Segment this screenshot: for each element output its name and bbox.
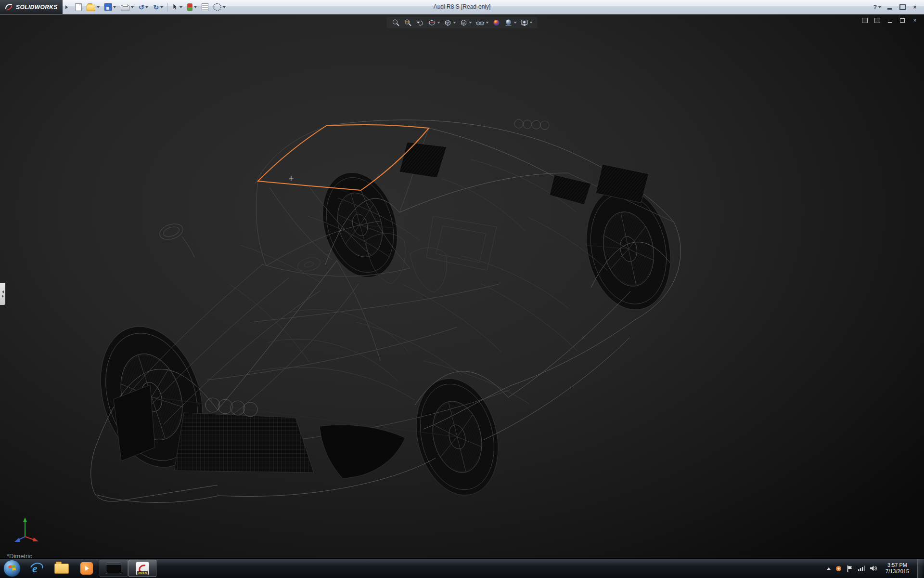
close-icon: × [913,4,916,11]
section-view-button[interactable] [427,18,441,27]
maximize-button[interactable] [896,2,909,12]
select-button[interactable] [170,1,184,13]
media-player-icon [80,562,93,575]
hide-show-items-button[interactable] [475,18,490,27]
apply-scene-button[interactable] [503,18,518,27]
display-style-button[interactable] [459,18,473,27]
engine-window[interactable] [399,142,447,178]
edit-appearance-button[interactable] [491,18,502,27]
chevron-down-icon[interactable] [878,6,881,8]
minimize-button[interactable] [884,2,896,12]
side-mirror[interactable] [158,221,194,257]
brand-wordmark: SOLIDWORKS [16,4,58,11]
solidworks-app-icon: 2015 [136,562,149,575]
scene-sphere-icon [504,18,513,27]
save-disk-icon [104,3,112,11]
close-button[interactable]: × [909,2,921,12]
print-button[interactable] [119,1,136,13]
system-tray: 3:57 PM 7/13/2015 [827,559,924,578]
chevron-down-icon[interactable] [486,22,489,24]
clock-time: 3:57 PM [886,562,909,568]
menu-expand-arrow[interactable] [65,5,68,9]
help-button[interactable]: ? [871,2,884,12]
gear-icon [213,3,221,11]
chevron-down-icon[interactable] [223,6,226,8]
close-icon: × [913,17,916,23]
command-prompt-taskbar-button[interactable] [100,560,128,577]
toolbar-separator [167,3,168,12]
new-document-icon [75,3,82,11]
media-player-taskbar-button[interactable] [74,559,99,578]
chevron-down-icon[interactable] [180,6,182,8]
chevron-down-icon[interactable] [453,22,456,24]
document-minimize-button[interactable] [886,16,894,24]
wireframe-car-model[interactable] [84,119,681,504]
new-button[interactable] [73,1,84,13]
window-controls: ? × [871,2,924,12]
window-title: Audi R8 S [Read-only] [434,3,491,10]
open-button[interactable] [85,1,102,13]
chevron-down-icon[interactable] [113,6,116,8]
chevron-down-icon[interactable] [194,6,197,8]
minimize-icon [887,8,892,10]
action-center-flag-icon[interactable] [847,565,853,572]
magnifier-icon [392,18,400,27]
zoom-to-area-button[interactable] [403,18,413,27]
section-cube-icon [428,18,436,27]
undo-button[interactable]: ↺ [137,1,151,13]
document-restore-button[interactable] [898,16,907,24]
volume-icon[interactable] [870,565,877,572]
appearance-ball-icon [492,18,501,27]
document-close-button[interactable]: × [911,16,919,24]
solidworks-version-badge: 2015 [137,571,148,575]
chevron-down-icon[interactable] [469,22,472,24]
file-properties-icon [202,3,208,11]
chevron-down-icon[interactable] [514,22,517,24]
save-button[interactable] [103,1,118,13]
hidden-icons-arrow[interactable] [827,567,831,570]
file-properties-button[interactable] [200,1,210,13]
solidworks-logo-icon [5,3,13,11]
chevron-down-icon[interactable] [160,6,163,8]
chevron-down-icon[interactable] [97,6,100,8]
document-window-button[interactable] [873,16,882,24]
chevron-down-icon[interactable] [530,22,533,24]
show-desktop-button[interactable] [917,559,923,578]
audi-rings-rear[interactable] [514,119,549,130]
redo-button[interactable]: ↻ [151,1,165,13]
wireframe-cube-icon [460,18,468,27]
network-icon[interactable] [858,565,865,572]
tail-light[interactable] [550,175,591,205]
collapse-left-icon [2,290,4,293]
clock-date: 7/13/2015 [886,568,909,575]
windows-explorer-taskbar-button[interactable] [49,559,74,578]
quick-access-toolbar: ↺ ↻ [73,1,228,13]
previous-view-button[interactable] [415,18,425,27]
taskbar-clock[interactable]: 3:57 PM 7/13/2015 [882,562,913,575]
app-tray-icon[interactable] [835,565,842,572]
front-grille[interactable] [174,413,314,473]
model-viewport-svg [0,14,924,559]
heads-up-view-toolbar [387,17,538,28]
panel-collapse-tab[interactable] [0,283,5,305]
internet-explorer-taskbar-button[interactable]: e [24,559,49,578]
intake-right[interactable] [320,425,405,478]
glasses-icon [475,18,485,27]
redo-arrow-icon: ↻ [153,4,159,11]
solidworks-taskbar-button[interactable]: 2015 [128,560,156,577]
chevron-down-icon[interactable] [145,6,148,8]
restore-icon [900,18,905,23]
options-button[interactable] [211,1,228,13]
view-settings-button[interactable] [519,18,534,27]
start-button[interactable] [3,560,21,577]
minimize-icon [888,22,892,23]
document-window-button[interactable] [860,16,869,24]
rebuild-button[interactable] [185,1,199,13]
chevron-down-icon[interactable] [131,6,134,8]
taskbar: e 2015 [0,558,924,578]
zoom-to-fit-button[interactable] [391,18,401,27]
chevron-down-icon[interactable] [437,22,440,24]
view-orientation-button[interactable] [443,18,457,27]
graphics-area[interactable]: × [0,14,924,559]
undo-arrow-icon: ↺ [139,4,144,11]
